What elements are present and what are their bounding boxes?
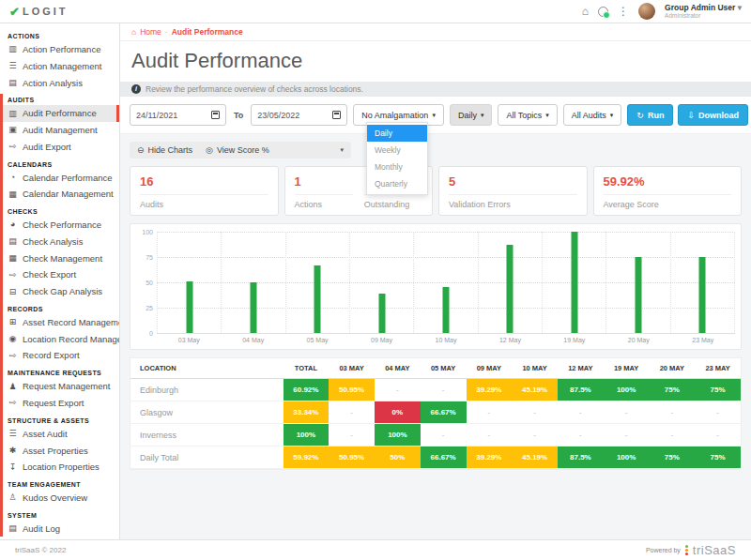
kebab-menu-icon[interactable]: ⋮ xyxy=(618,6,629,17)
gear-icon: ✱ xyxy=(8,445,18,457)
column-header-04-may: 04 MAY xyxy=(375,358,421,379)
frequency-option-daily[interactable]: Daily xyxy=(367,125,427,142)
sidebar-item-kudos-overview[interactable]: ♙Kudos Overview xyxy=(0,490,119,507)
date-to-input[interactable] xyxy=(257,111,332,120)
pie-chart-icon: ◕ xyxy=(8,219,18,231)
x-tick-label: 05 May xyxy=(285,337,349,343)
score-cell: - xyxy=(421,379,467,401)
sidebar-item-label: Check Export xyxy=(23,268,76,281)
location-cell: Edinburgh xyxy=(130,379,284,401)
sidebar-item-location-properties[interactable]: ↧Location Properties xyxy=(0,459,119,476)
breadcrumb-home-icon[interactable]: ⌂ xyxy=(131,27,136,37)
score-cell: - xyxy=(329,401,375,424)
sidebar-item-asset-record-management[interactable]: ⊞Asset Record Management xyxy=(0,314,119,331)
chevron-down-icon: ▾ xyxy=(340,146,344,154)
download-button[interactable]: ⇩ Download xyxy=(678,104,748,126)
user-role: Administrator xyxy=(665,12,742,19)
export-icon: ⇨ xyxy=(8,141,18,153)
score-cell: 50.95% xyxy=(329,446,375,469)
user-avatar[interactable] xyxy=(638,3,655,20)
score-cell: - xyxy=(467,401,513,424)
topics-dropdown[interactable]: All Topics ▾ xyxy=(498,104,557,126)
sidebar-item-label: Audit Management xyxy=(23,124,98,137)
chart-bar xyxy=(442,287,449,333)
badge-icon: ◎ xyxy=(206,145,213,155)
stat-value: 1 xyxy=(295,174,353,189)
score-value: - xyxy=(650,401,696,423)
sidebar-item-label: Action Management xyxy=(23,60,102,73)
score-value: 39.29% xyxy=(467,379,513,401)
breadcrumb-home-link[interactable]: Home xyxy=(140,27,161,37)
sidebar: ACTIONS▥Action Performance☰Action Manage… xyxy=(0,23,120,539)
hide-charts-label: Hide Charts xyxy=(148,145,193,155)
score-value: 75% xyxy=(650,379,696,401)
sidebar-item-check-gap-analysis[interactable]: ⊟Check Gap Analysis xyxy=(0,283,119,300)
calendar-icon[interactable] xyxy=(332,111,341,119)
user-menu[interactable]: Group Admin User ▾ Administrator xyxy=(665,4,742,19)
sidebar-item-check-performance[interactable]: ◕Check Performance xyxy=(0,217,119,234)
frequency-option-quarterly[interactable]: Quarterly xyxy=(367,175,427,192)
date-to-field[interactable] xyxy=(251,104,347,126)
sidebar-section-title-maintenance-requests: MAINTENANCE REQUESTS xyxy=(0,364,119,378)
score-cell: - xyxy=(421,424,467,446)
sidebar-item-audit-export[interactable]: ⇨Audit Export xyxy=(0,139,119,156)
sidebar-item-audit-log[interactable]: ▤Audit Log xyxy=(0,521,119,537)
sidebar-item-audit-performance[interactable]: ▥Audit Performance xyxy=(0,105,119,122)
sidebar-item-asset-audit[interactable]: ☰Asset Audit xyxy=(0,426,119,443)
main-content: ⌂ Home · Audit Performance Audit Perform… xyxy=(120,23,751,539)
sidebar-item-asset-properties[interactable]: ✱Asset Properties xyxy=(0,443,119,460)
chart-bar xyxy=(571,232,577,333)
date-from-field[interactable] xyxy=(130,104,226,126)
chart-bar xyxy=(186,281,192,333)
score-cell: - xyxy=(375,379,421,401)
sidebar-item-check-export[interactable]: ⇨Check Export xyxy=(0,266,119,283)
home-icon[interactable]: ⌂ xyxy=(582,6,589,17)
score-value: 87.5% xyxy=(558,446,604,468)
score-value: 100% xyxy=(604,446,650,468)
chevron-down-icon: ▾ xyxy=(432,112,436,119)
hide-charts-button[interactable]: ⊖ Hide Charts xyxy=(137,145,192,155)
sidebar-item-check-analysis[interactable]: ▤Check Analysis xyxy=(0,234,119,250)
score-value: 50.95% xyxy=(329,379,375,401)
run-label: Run xyxy=(648,111,665,120)
app-logo[interactable]: ✔ LOGIT xyxy=(9,5,69,19)
sidebar-item-check-management[interactable]: ▦Check Management xyxy=(0,250,119,267)
view-mode-select[interactable]: ◎ View Score % ▾ xyxy=(206,145,344,155)
frequency-dropdown[interactable]: Daily ▾ xyxy=(450,104,493,126)
sidebar-item-location-record-managem[interactable]: ◉Location Record Managem… xyxy=(0,331,119,348)
sidebar-item-request-export[interactable]: ⇨Request Export xyxy=(0,395,119,412)
info-bar: i Review the performance overview of che… xyxy=(120,82,751,97)
score-value: - xyxy=(375,379,421,401)
breadcrumb-current: Audit Performance xyxy=(172,27,243,37)
sidebar-item-calendar-management[interactable]: ▦Calendar Management xyxy=(0,186,119,203)
run-button[interactable]: ↻ Run xyxy=(627,104,673,126)
sidebar-item-audit-management[interactable]: ▣Audit Management xyxy=(0,122,119,139)
date-from-input[interactable] xyxy=(136,111,211,120)
support-headset-icon[interactable] xyxy=(598,7,608,17)
score-value: 66.67% xyxy=(421,446,467,468)
column-header-20-may: 20 MAY xyxy=(650,358,696,379)
user-name: Group Admin User xyxy=(665,3,735,12)
export-icon: ⇨ xyxy=(8,269,18,281)
frequency-option-weekly[interactable]: Weekly xyxy=(367,142,427,159)
score-value: 75% xyxy=(695,379,741,401)
frequency-option-monthly[interactable]: Monthly xyxy=(367,159,427,175)
sidebar-item-action-management[interactable]: ☰Action Management xyxy=(0,58,119,75)
sidebar-item-action-analysis[interactable]: ▤Action Analysis xyxy=(0,75,119,92)
sidebar-item-record-export[interactable]: ⇨Record Export xyxy=(0,347,119,364)
filter-toolbar: To No Amalgamation ▾ Daily ▾ All Topics … xyxy=(120,97,751,134)
sidebar-item-label: Calendar Management xyxy=(23,188,114,201)
sidebar-item-action-performance[interactable]: ▥Action Performance xyxy=(0,41,119,58)
boxes-icon: ⊞ xyxy=(8,316,18,328)
audits-dropdown[interactable]: All Audits ▾ xyxy=(563,104,622,126)
sidebar-section-title-structure-assets: STRUCTURE & ASSETS xyxy=(0,412,119,426)
sidebar-item-request-management[interactable]: ♟Request Management xyxy=(0,378,119,395)
calendar-icon[interactable] xyxy=(211,111,220,119)
score-cell: 50.95% xyxy=(329,379,375,401)
sidebar-item-calendar-performance[interactable]: ◔Calendar Performance xyxy=(0,170,119,187)
score-cell: - xyxy=(695,424,741,446)
chart-bar xyxy=(507,245,513,334)
map-pin-icon: ◉ xyxy=(8,333,18,345)
score-value: 87.5% xyxy=(558,379,604,401)
sidebar-item-label: Action Analysis xyxy=(23,77,83,90)
